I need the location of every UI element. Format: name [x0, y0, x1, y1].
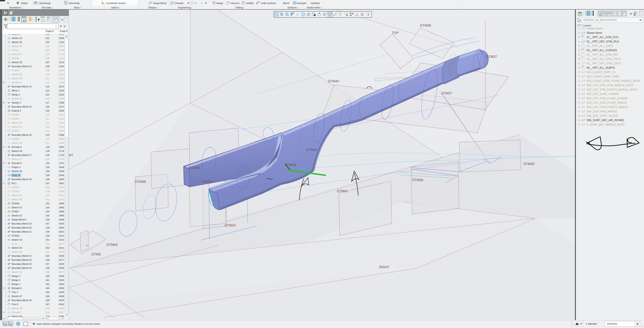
svg-text:2258: 2258	[59, 81, 64, 84]
svg-text:S02_CST_SURF_CANARI: S02_CST_SURF_CANARI	[587, 93, 619, 96]
svg-text:3241: 3241	[59, 247, 64, 249]
svg-text:119: 119	[46, 109, 50, 112]
svg-text:2998: 2998	[59, 218, 64, 221]
svg-text:2958: 2958	[59, 202, 64, 205]
svg-text:3456: 3456	[59, 295, 64, 298]
svg-text:2340: 2340	[59, 97, 64, 100]
svg-text:DTM17: DTM17	[12, 49, 19, 52]
svg-text:»: »	[61, 17, 63, 22]
svg-text:Boundary Blend 15: Boundary Blend 15	[12, 105, 32, 108]
svg-text:3040: 3040	[59, 226, 64, 229]
svg-text:DTM35: DTM35	[524, 162, 534, 166]
svg-text:Sketch 45: Sketch 45	[12, 251, 22, 253]
svg-text:S02_CONST_DTM_PLANE_MIDDLE_BOD: S02_CONST_DTM_PLANE_MIDDLE_BODY	[587, 79, 641, 83]
svg-text:S01_CONST_SURF_HIDE: S01_CONST_SURF_HIDE	[587, 75, 619, 78]
svg-text:114: 114	[46, 89, 50, 92]
svg-text:S01_CONST_SURF_01: S01_CONST_SURF_01	[587, 71, 616, 74]
svg-text:138: 138	[46, 186, 50, 189]
svg-text:163: 163	[46, 287, 50, 289]
svg-text:2744: 2744	[59, 158, 64, 160]
svg-text:2170: 2170	[59, 53, 64, 56]
svg-text:111: 111	[46, 77, 49, 80]
svg-text:DTM28: DTM28	[12, 234, 19, 237]
svg-text:137: 137	[46, 182, 50, 185]
svg-text:2332: 2332	[59, 93, 64, 96]
svg-text:108: 108	[46, 65, 50, 68]
svg-text:Sketch 35: Sketch 35	[12, 142, 22, 144]
svg-text:2716: 2716	[59, 150, 64, 152]
svg-text:104: 104	[46, 49, 50, 52]
svg-text:3503: 3503	[59, 299, 64, 302]
svg-text:DTM42: DTM42	[328, 79, 339, 83]
svg-text:Sketch 24: Sketch 24	[12, 37, 22, 40]
svg-text:DTM41: DTM41	[337, 189, 348, 193]
svg-text:Mirror 1: Mirror 1	[12, 89, 20, 92]
svg-text:122: 122	[46, 121, 50, 124]
svg-text:151: 151	[46, 238, 50, 241]
svg-text:154: 154	[46, 251, 50, 253]
svg-text:157: 157	[46, 263, 50, 265]
svg-text:2211: 2211	[59, 57, 64, 60]
svg-text:DTM13: DTM13	[202, 180, 213, 184]
svg-text:Sketch 37: Sketch 37	[12, 158, 22, 160]
svg-text:2586: 2586	[59, 134, 64, 136]
svg-text:127: 127	[46, 142, 50, 144]
svg-text:Boundary Blend 14: Boundary Blend 14	[12, 85, 32, 88]
svg-text:Swept Blend 1: Swept Blend 1	[12, 218, 27, 221]
svg-text:2751: 2751	[59, 162, 64, 165]
svg-text:DTM21: DTM21	[12, 117, 19, 120]
svg-text:2840: 2840	[59, 178, 64, 181]
svg-text:Fill 1: Fill 1	[12, 182, 16, 185]
svg-text:3052: 3052	[59, 230, 64, 233]
svg-text:142: 142	[46, 202, 50, 205]
svg-text:DTM37: DTM37	[486, 55, 497, 59]
svg-text:Merge 4: Merge 4	[12, 283, 20, 285]
svg-text:159: 159	[46, 271, 50, 273]
svg-text:DTM28: DTM28	[412, 178, 423, 182]
svg-text:158: 158	[46, 267, 50, 269]
svg-text:S03_CST_DTM_PLANE_CANARI: S03_CST_DTM_PLANE_CANARI	[587, 97, 628, 100]
svg-text:Sketch 28: Sketch 28	[12, 61, 22, 64]
svg-text:2414: 2414	[59, 117, 64, 120]
svg-text:149: 149	[46, 230, 50, 233]
svg-text:103: 103	[46, 45, 50, 48]
svg-text:Boundary Blend 22: Boundary Blend 22	[12, 255, 32, 257]
svg-text:125: 125	[46, 134, 50, 136]
svg-text:148: 148	[46, 226, 50, 229]
svg-text:3540: 3540	[59, 303, 64, 306]
svg-text:03__PRT_ALL_CURVES: 03__PRT_ALL_CURVES	[587, 49, 617, 52]
svg-text:2835: 2835	[59, 174, 64, 177]
svg-text:DTM39: DTM39	[135, 180, 146, 184]
svg-text:2445: 2445	[59, 129, 64, 132]
svg-text:Boundary Blend 17: Boundary Blend 17	[12, 154, 32, 156]
svg-text:Trim 8: Trim 8	[12, 303, 18, 306]
svg-text:Sketch 32: Sketch 32	[12, 121, 22, 124]
svg-text:S02_CST_DTM_AXIS_MIDDLE_BODY: S02_CST_DTM_AXIS_MIDDLE_BODY	[587, 84, 634, 87]
svg-text:3425: 3425	[59, 291, 64, 293]
svg-text:120: 120	[46, 113, 50, 116]
svg-text:2988: 2988	[59, 210, 64, 213]
svg-text:3362: 3362	[59, 283, 64, 285]
svg-text:Sketch 47: Sketch 47	[12, 295, 22, 298]
svg-text:Boundary Blend 13: Boundary Blend 13	[12, 65, 32, 68]
svg-text:2684: 2684	[59, 142, 64, 144]
svg-text:2723: 2723	[59, 154, 64, 156]
svg-text:169: 169	[46, 311, 50, 314]
svg-text:DTM24: DTM24	[12, 186, 19, 189]
svg-text:168: 168	[46, 307, 50, 310]
svg-text:141: 141	[46, 198, 50, 201]
svg-text:2161: 2161	[59, 45, 64, 48]
svg-text:DTM26: DTM26	[285, 163, 296, 167]
svg-text:2419: 2419	[59, 121, 64, 124]
svg-text:2960: 2960	[59, 206, 64, 209]
svg-text:3307: 3307	[59, 271, 64, 273]
svg-text:2412: 2412	[59, 113, 64, 116]
svg-text:01__PRT_ALL_DTM_PLN: 01__PRT_ALL_DTM_PLN	[587, 36, 618, 39]
svg-text:3025: 3025	[59, 222, 64, 225]
svg-text:DTM5: DTM5	[92, 252, 101, 256]
svg-text:S05_SURF_DEF_AIR_INTAKE: S05_SURF_DEF_AIR_INTAKE	[587, 119, 624, 122]
svg-text:Merge 3: Merge 3	[12, 279, 20, 281]
svg-text:107: 107	[46, 61, 50, 64]
svg-text:113: 113	[46, 85, 50, 88]
svg-text:Copy 14: Copy 14	[12, 174, 20, 177]
